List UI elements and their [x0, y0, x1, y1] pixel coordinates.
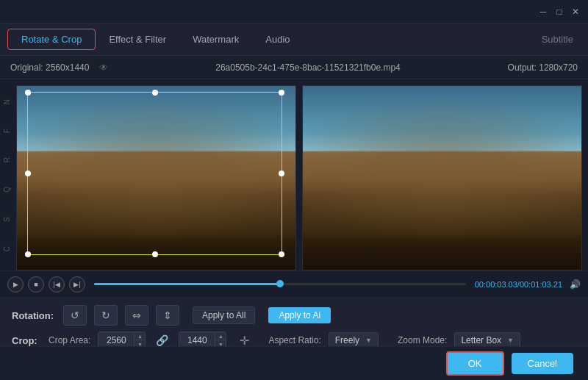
left-preview-panel	[16, 85, 296, 270]
left-preview-image	[17, 86, 295, 270]
aspect-ratio-value: Freely	[335, 335, 359, 345]
right-preview-panel	[302, 85, 582, 270]
action-bar: OK Cancel	[0, 346, 588, 380]
next-frame-button[interactable]: ▶|	[69, 276, 85, 293]
link-icon[interactable]: 🔗	[156, 334, 168, 346]
crop-width-input[interactable]	[98, 333, 134, 348]
side-label-r: R	[3, 157, 11, 162]
tab-audio[interactable]: Audio	[252, 29, 303, 49]
volume-icon[interactable]: 🔊	[570, 279, 581, 290]
preview-panels	[13, 79, 588, 270]
aspect-ratio-arrow: ▼	[365, 337, 372, 344]
progress-thumb[interactable]	[276, 280, 284, 287]
playback-bar: ▶ ■ |◀ ▶| 00:00:03.03/00:01:03.21 🔊	[0, 270, 588, 297]
zoom-mode-label: Zoom Mode:	[398, 335, 447, 345]
crop-handle-top-left[interactable]	[25, 90, 31, 96]
maximize-button[interactable]: □	[553, 5, 566, 18]
output-resolution: Output: 1280x720	[508, 62, 578, 73]
zoom-mode-value: Letter Box	[461, 335, 501, 345]
apply-all-button[interactable]: Apply to All	[193, 306, 255, 324]
crop-handle-middle-right[interactable]	[279, 171, 284, 176]
play-button[interactable]: ▶	[7, 276, 24, 293]
crop-label: Crop:	[12, 335, 41, 346]
filename-label: 26a0505b-24c1-475e-8bac-11521321fb0e.mp4	[108, 62, 507, 73]
title-bar: ─ □ ✕	[0, 0, 588, 24]
ok-button[interactable]: OK	[446, 351, 504, 376]
tab-watermark[interactable]: Watermark	[179, 29, 252, 49]
prev-frame-button[interactable]: |◀	[49, 276, 65, 293]
cancel-button[interactable]: Cancel	[512, 353, 573, 374]
crop-area-label: Crop Area:	[49, 335, 90, 345]
crop-handle-bottom-center[interactable]	[152, 251, 158, 257]
progress-track[interactable]	[94, 283, 466, 285]
side-label-c: C	[3, 245, 11, 251]
flip-vertical-button[interactable]: ⇕	[156, 305, 179, 326]
progress-fill	[94, 283, 280, 285]
side-label-q: Q	[3, 186, 11, 193]
crop-handle-top-right[interactable]	[279, 90, 284, 96]
main-preview-area: N F R Q S C	[0, 79, 588, 270]
aspect-ratio-label: Aspect Ratio:	[268, 335, 320, 345]
crop-width-up[interactable]: ▲	[135, 332, 145, 340]
crop-handle-bottom-left[interactable]	[25, 251, 31, 257]
side-label-f: F	[3, 128, 11, 133]
crop-handle-middle-left[interactable]	[25, 171, 31, 176]
eye-icon[interactable]: 👁	[99, 62, 108, 73]
time-display: 00:00:03.03/00:01:03.21	[475, 280, 562, 289]
side-labels: N F R Q S C	[0, 79, 13, 270]
tab-rotate-crop[interactable]: Rotate & Crop	[7, 29, 96, 50]
flip-horizontal-button[interactable]: ⇔	[125, 305, 148, 326]
crop-handle-top-center[interactable]	[152, 90, 158, 96]
tab-subtitle[interactable]: Subtitle	[542, 34, 573, 45]
apply-to-ai-button[interactable]: Apply to Ai	[268, 307, 331, 323]
crop-handle-bottom-right[interactable]	[279, 251, 284, 257]
side-label-s: S	[3, 216, 11, 222]
close-button[interactable]: ✕	[569, 5, 582, 18]
side-label-n: N	[3, 98, 11, 104]
info-bar: Original: 2560x1440 👁 26a0505b-24c1-475e…	[0, 56, 588, 79]
tabs-row: Rotate & Crop Effect & Filter Watermark …	[0, 24, 588, 56]
minimize-button[interactable]: ─	[537, 5, 550, 18]
crop-height-input[interactable]	[179, 333, 215, 348]
crop-box[interactable]	[27, 92, 282, 255]
rotation-row: Rotation: ↺ ↻ ⇔ ⇕ Apply to All Apply to …	[12, 305, 576, 326]
right-mountain-overlay	[303, 86, 581, 270]
zoom-mode-arrow: ▼	[507, 337, 514, 344]
stop-button[interactable]: ■	[28, 276, 44, 293]
tab-effect-filter[interactable]: Effect & Filter	[96, 29, 179, 49]
rotate-cw-button[interactable]: ↻	[94, 305, 118, 326]
original-resolution: Original: 2560x1440	[10, 62, 89, 73]
crop-height-up[interactable]: ▲	[215, 332, 226, 340]
rotate-ccw-button[interactable]: ↺	[63, 305, 87, 326]
right-preview-image	[303, 86, 581, 270]
crop-cross-icon[interactable]: ✛	[240, 334, 249, 348]
rotation-label: Rotation:	[12, 310, 56, 321]
